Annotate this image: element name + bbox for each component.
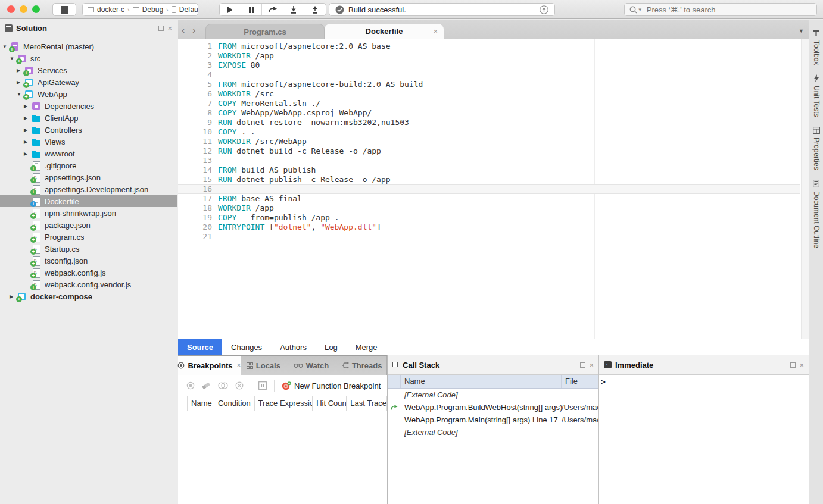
new-function-breakpoint-button[interactable]: New Function Breakpoint xyxy=(282,381,381,390)
line-number[interactable]: 2 xyxy=(178,51,212,61)
tab-dockerfile[interactable]: Dockerfile× xyxy=(325,24,444,39)
run-configuration-selector[interactable]: docker-c › Debug › Default xyxy=(82,3,198,16)
tree-item-program-cs[interactable]: +Program.cs xyxy=(0,231,177,243)
column-header-name[interactable]: Name xyxy=(188,396,214,411)
line-number[interactable]: 19 xyxy=(178,213,212,223)
pad-tab-threads[interactable]: Threads xyxy=(336,356,387,375)
line-number[interactable]: 12 xyxy=(178,146,212,156)
file-column-header[interactable]: File xyxy=(562,375,598,388)
tree-item-dockerfile[interactable]: +Dockerfile xyxy=(0,195,177,207)
navigate-back-button[interactable]: ‹ xyxy=(182,25,185,36)
minimize-window-button[interactable] xyxy=(20,5,27,13)
remove-breakpoint-icon[interactable] xyxy=(235,381,244,390)
breakpoint-disabled-icon[interactable] xyxy=(186,381,195,390)
dock-panel-icon[interactable] xyxy=(790,362,796,368)
call-stack-frame[interactable]: [External Code] xyxy=(388,426,598,439)
call-stack-frame[interactable]: WebApp.Program.Main(string[] args) Line … xyxy=(388,414,598,426)
step-into-button[interactable] xyxy=(283,4,305,15)
tree-item-package-json[interactable]: +package.json xyxy=(0,219,177,231)
expand-icon[interactable]: ▶ xyxy=(24,104,32,109)
line-number[interactable]: 1 xyxy=(178,42,212,51)
code-editor[interactable]: 1FROM microsoft/aspnetcore:2.0 AS base2W… xyxy=(178,39,809,339)
enable-all-breakpoints-icon[interactable] xyxy=(218,381,228,390)
line-number[interactable]: 16 xyxy=(178,184,212,194)
line-number[interactable]: 14 xyxy=(178,165,212,175)
column-header-condition[interactable]: Condition xyxy=(214,396,255,411)
code-line-15[interactable]: 15RUN dotnet publish -c Release -o /app xyxy=(178,175,800,184)
global-search-field[interactable]: ▼ xyxy=(624,3,817,16)
expand-icon[interactable]: ▶ xyxy=(24,139,32,145)
dock-panel-icon[interactable] xyxy=(580,362,585,368)
code-line-19[interactable]: 19COPY --from=publish /app . xyxy=(178,213,800,223)
code-line-5[interactable]: 5FROM microsoft/aspnetcore-build:2.0 AS … xyxy=(178,80,800,89)
tab-program-cs[interactable]: Program.cs xyxy=(205,24,325,39)
tree-item-tsconfig-json[interactable]: +tsconfig.json xyxy=(0,255,177,267)
tab-source[interactable]: Source xyxy=(178,339,222,355)
close-panel-icon[interactable]: × xyxy=(589,362,594,368)
step-over-button[interactable] xyxy=(262,4,283,15)
expand-icon[interactable]: ▶ xyxy=(24,151,32,156)
line-number[interactable]: 4 xyxy=(178,70,212,80)
close-window-button[interactable] xyxy=(7,5,15,13)
code-line-12[interactable]: 12RUN dotnet build -c Release -o /app xyxy=(178,146,800,156)
stop-button[interactable] xyxy=(52,3,76,16)
tab-changes[interactable]: Changes xyxy=(222,339,271,355)
code-line-18[interactable]: 18WORKDIR /app xyxy=(178,204,800,213)
step-out-button[interactable] xyxy=(304,4,326,15)
tree-item-merorental-master[interactable]: ▼+MeroRental (master) xyxy=(0,40,177,52)
tab-merge[interactable]: Merge xyxy=(347,339,386,355)
pause-button[interactable] xyxy=(241,4,263,15)
line-number[interactable]: 18 xyxy=(178,204,212,213)
code-line-17[interactable]: 17FROM base AS final xyxy=(178,194,800,204)
line-number[interactable]: 8 xyxy=(178,108,212,118)
tree-item-startup-cs[interactable]: +Startup.cs xyxy=(0,243,177,255)
close-panel-icon[interactable]: × xyxy=(167,26,172,31)
tree-item-views[interactable]: ▶Views xyxy=(0,136,177,148)
column-header-trace-expression[interactable]: Trace Expression xyxy=(255,396,313,411)
call-stack-frame[interactable]: [External Code] xyxy=(388,389,598,401)
tree-item-webapp[interactable]: ▼+WebApp xyxy=(0,88,177,100)
tree-item-clientapp[interactable]: ▶ClientApp xyxy=(0,112,177,124)
pad-tab-watch[interactable]: Watch xyxy=(286,356,337,375)
tree-item-src[interactable]: ▼+src xyxy=(0,52,177,64)
tab-list-dropdown-icon[interactable]: ▼ xyxy=(799,28,804,34)
line-number[interactable]: 3 xyxy=(178,61,212,70)
close-panel-icon[interactable]: × xyxy=(799,362,804,368)
status-bar[interactable]: Build successful. xyxy=(329,3,555,16)
search-scope-chevron-icon[interactable]: ▼ xyxy=(638,7,643,12)
line-number[interactable]: 17 xyxy=(178,194,212,204)
column-header-last-trace[interactable]: Last Trace xyxy=(347,396,387,411)
code-line-21[interactable]: 21 xyxy=(178,232,800,242)
tree-item-appsettings-development-json[interactable]: +appsettings.Development.json xyxy=(0,183,177,195)
code-line-10[interactable]: 10COPY . . xyxy=(178,127,800,137)
call-stack-frame[interactable]: WebApp.Program.BuildWebHost(string[] arg… xyxy=(388,401,598,414)
column-header-hit-count[interactable]: Hit Count xyxy=(313,396,347,411)
clear-breakpoints-icon[interactable] xyxy=(202,382,211,389)
pad-tab-breakpoints[interactable]: Breakpoints× xyxy=(178,356,241,375)
tree-item-gitignore[interactable]: +.gitignore xyxy=(0,159,177,171)
code-line-2[interactable]: 2WORKDIR /app xyxy=(178,51,800,61)
dock-panel-icon[interactable] xyxy=(158,26,164,31)
upload-status-icon[interactable] xyxy=(540,5,548,14)
tree-item-dependencies[interactable]: ▶Dependencies xyxy=(0,100,177,112)
search-input[interactable] xyxy=(646,5,812,15)
expand-icon[interactable]: ▶ xyxy=(24,115,32,121)
code-line-20[interactable]: 20ENTRYPOINT ["dotnet", "WebApp.dll"] xyxy=(178,223,800,232)
line-number[interactable]: 11 xyxy=(178,137,212,146)
code-line-3[interactable]: 3EXPOSE 80 xyxy=(178,61,800,70)
close-tab-icon[interactable]: × xyxy=(433,24,438,39)
name-column-header[interactable]: Name xyxy=(401,375,562,388)
tab-log[interactable]: Log xyxy=(316,339,347,355)
line-number[interactable]: 5 xyxy=(178,80,212,89)
dock-tab-toolbox[interactable]: Toolbox xyxy=(809,29,823,65)
dock-tab-properties[interactable]: Properties xyxy=(809,127,823,170)
line-number[interactable]: 10 xyxy=(178,127,212,137)
code-line-11[interactable]: 11WORKDIR /src/WebApp xyxy=(178,137,800,146)
line-number[interactable]: 21 xyxy=(178,232,212,242)
tree-item-docker-compose[interactable]: ▶+docker-compose xyxy=(0,290,177,302)
tree-item-services[interactable]: ▶+Services xyxy=(0,64,177,76)
continue-button[interactable] xyxy=(220,4,241,15)
close-pad-icon[interactable]: × xyxy=(237,361,241,370)
tab-authors[interactable]: Authors xyxy=(271,339,316,355)
zoom-window-button[interactable] xyxy=(32,5,40,13)
